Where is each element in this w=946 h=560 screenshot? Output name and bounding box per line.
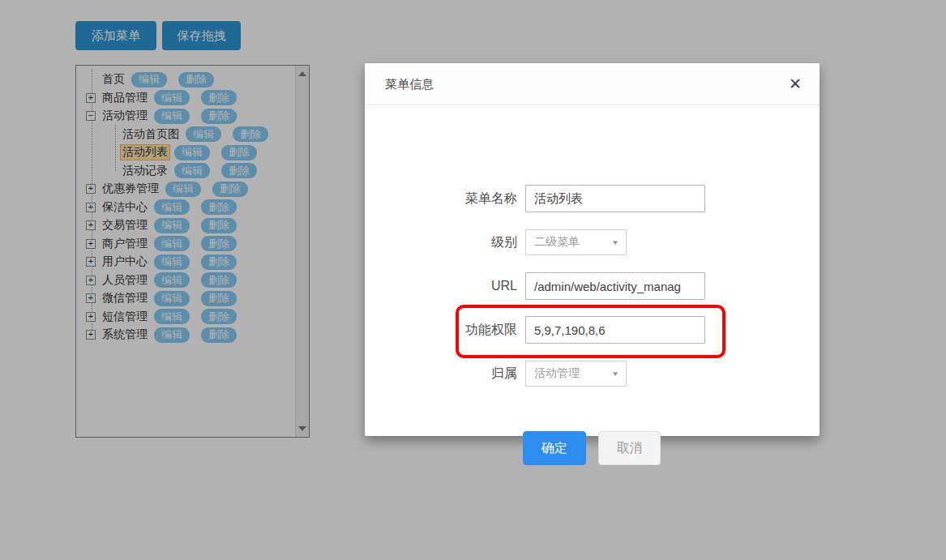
form-row-permissions: 功能权限 xyxy=(365,316,820,344)
level-label: 级别 xyxy=(365,234,517,251)
permissions-label: 功能权限 xyxy=(365,322,517,339)
parent-select-value: 活动管理 xyxy=(534,366,580,381)
form-row-url: URL xyxy=(365,272,820,300)
modal-body: 菜单名称 级别 二级菜单 ▼ URL 功能权限 归属 活动管理 ▼ 确 xyxy=(365,105,820,436)
form-row-parent: 归属 活动管理 ▼ xyxy=(365,361,820,387)
menu-info-modal: 菜单信息 ✕ 菜单名称 级别 二级菜单 ▼ URL 功能权限 归属 活动管 xyxy=(365,63,820,436)
form-row-menu-name: 菜单名称 xyxy=(365,185,820,212)
url-input[interactable] xyxy=(525,272,705,300)
modal-title: 菜单信息 xyxy=(385,63,434,105)
parent-select[interactable]: 活动管理 ▼ xyxy=(525,361,627,387)
parent-label: 归属 xyxy=(365,365,517,383)
url-label: URL xyxy=(365,279,517,293)
modal-header: 菜单信息 ✕ xyxy=(365,63,820,105)
menu-name-input[interactable] xyxy=(525,185,705,212)
menu-name-label: 菜单名称 xyxy=(365,190,517,207)
cancel-button[interactable]: 取消 xyxy=(598,431,661,465)
level-select[interactable]: 二级菜单 ▼ xyxy=(525,229,627,255)
close-icon[interactable]: ✕ xyxy=(789,63,802,105)
chevron-down-icon: ▼ xyxy=(611,370,619,378)
level-select-value: 二级菜单 xyxy=(534,235,580,250)
form-row-level: 级别 二级菜单 ▼ xyxy=(365,229,820,255)
permissions-input[interactable] xyxy=(525,316,705,344)
confirm-button[interactable]: 确定 xyxy=(523,431,586,465)
chevron-down-icon: ▼ xyxy=(611,239,619,246)
